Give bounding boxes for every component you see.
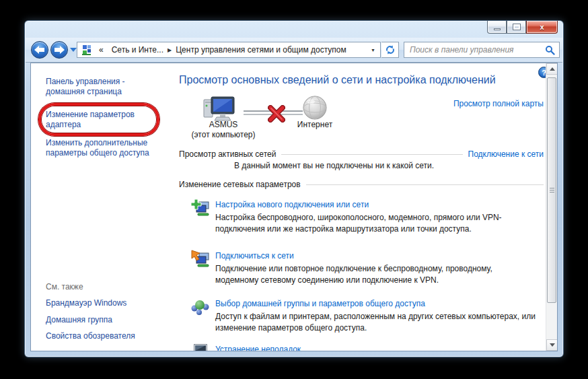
sidebar-item-change-adapter-settings[interactable]: Изменение параметров адаптера <box>46 110 163 130</box>
breadcrumb-item-current[interactable]: Центр управления сетями и общим доступом <box>172 45 351 55</box>
no-connection-x-icon[interactable] <box>268 105 285 123</box>
client-area: Панель управления - домашняя страница Из… <box>30 63 558 351</box>
scroll-down-icon <box>550 343 555 347</box>
breadcrumb[interactable]: « Сеть и Инте... ▶ Центр управления сетя… <box>77 42 381 58</box>
desktop-background: x <box>0 0 588 379</box>
scrollbar-down-button[interactable] <box>546 339 558 351</box>
scrollbar-thumb[interactable] <box>547 77 556 303</box>
scrollbar-grip-icon <box>550 188 554 193</box>
connect-to-network-icon <box>191 250 210 269</box>
navigation-toolbar: « Сеть и Инте... ▶ Центр управления сетя… <box>26 38 562 63</box>
troubleshoot-icon <box>194 344 207 351</box>
close-icon: x <box>540 23 544 31</box>
address-dropdown-icon[interactable]: ▼ <box>369 48 377 53</box>
search-box <box>404 42 560 58</box>
divider <box>281 154 462 155</box>
vertical-scrollbar[interactable] <box>546 63 557 351</box>
active-networks-header: Просмотр активных сетей Подключение к се… <box>179 149 544 159</box>
breadcrumb-overflow-chevron[interactable]: « <box>95 45 108 55</box>
no-network-status: В данный момент вы не подключены ни к ка… <box>234 161 434 170</box>
minimize-icon <box>494 28 501 30</box>
caption-buttons: x <box>487 21 558 34</box>
control-panel-icon <box>81 44 92 55</box>
view-full-map-link[interactable]: Просмотр полной карты <box>453 99 544 108</box>
new-connection-icon <box>191 199 210 218</box>
task-connect-desc: Подключение или повторное подключение к … <box>215 263 537 286</box>
internet-label: Интернет <box>288 120 342 130</box>
minimize-button[interactable] <box>487 21 507 34</box>
task-homegroup-link[interactable]: Выбор домашней группы и параметров общег… <box>215 299 425 308</box>
sidebar-item-homegroup[interactable]: Домашняя группа <box>46 315 163 325</box>
task-new-connection-link[interactable]: Настройка нового подключения или сети <box>215 200 369 209</box>
maximize-button[interactable] <box>507 21 526 34</box>
maximize-icon <box>513 24 520 30</box>
homegroup-icon <box>191 298 210 316</box>
back-button[interactable] <box>31 41 48 59</box>
divider <box>306 184 544 185</box>
scroll-up-icon <box>550 67 555 71</box>
task-homegroup-desc: Доступ к файлам и принтерам, расположенн… <box>215 311 537 334</box>
sidebar-item-advanced-sharing-settings[interactable]: Изменить дополнительные параметры общего… <box>46 138 163 158</box>
connect-to-network-link[interactable]: Подключение к сети <box>468 149 544 159</box>
forward-arrow-icon <box>54 46 65 54</box>
task-new-connection-desc: Настройка беспроводного, широкополосного… <box>215 212 537 235</box>
see-also-header: См. также <box>46 282 83 291</box>
network-settings-header: Изменение сетевых параметров <box>179 180 544 189</box>
page-title: Просмотр основных сведений о сети и наст… <box>179 74 496 86</box>
search-input[interactable] <box>408 44 545 55</box>
forward-button[interactable] <box>50 41 68 59</box>
search-icon[interactable] <box>545 45 555 55</box>
sidebar-item-internet-options[interactable]: Свойства обозревателя <box>46 331 163 341</box>
internet-globe-icon[interactable] <box>301 94 328 121</box>
sidebar-item-control-panel-home[interactable]: Панель управления - домашняя страница <box>46 77 163 97</box>
sidebar: Панель управления - домашняя страница Из… <box>31 63 176 351</box>
recent-pages-dropdown-icon[interactable] <box>70 48 77 52</box>
close-button[interactable]: x <box>526 21 558 34</box>
active-networks-header-label: Просмотр активных сетей <box>179 149 276 159</box>
task-connect-link[interactable]: Подключиться к сети <box>215 251 294 261</box>
breadcrumb-item-network-internet[interactable]: Сеть и Инте... <box>108 45 168 55</box>
main-content: ? Просмотр основных сведений о сети и на… <box>176 63 548 351</box>
network-settings-header-label: Изменение сетевых параметров <box>179 180 301 189</box>
computer-name-label: ASMUS (этот компьютер) <box>183 120 264 140</box>
scrollbar-up-button[interactable] <box>546 63 558 75</box>
task-troubleshoot-link[interactable]: Устранение неполадок <box>215 345 301 351</box>
network-sharing-center-window: x <box>24 20 564 357</box>
back-arrow-icon <box>34 46 45 54</box>
refresh-icon <box>385 45 395 55</box>
sidebar-item-windows-firewall[interactable]: Брандмауэр Windows <box>46 298 163 308</box>
refresh-button[interactable] <box>381 42 399 58</box>
